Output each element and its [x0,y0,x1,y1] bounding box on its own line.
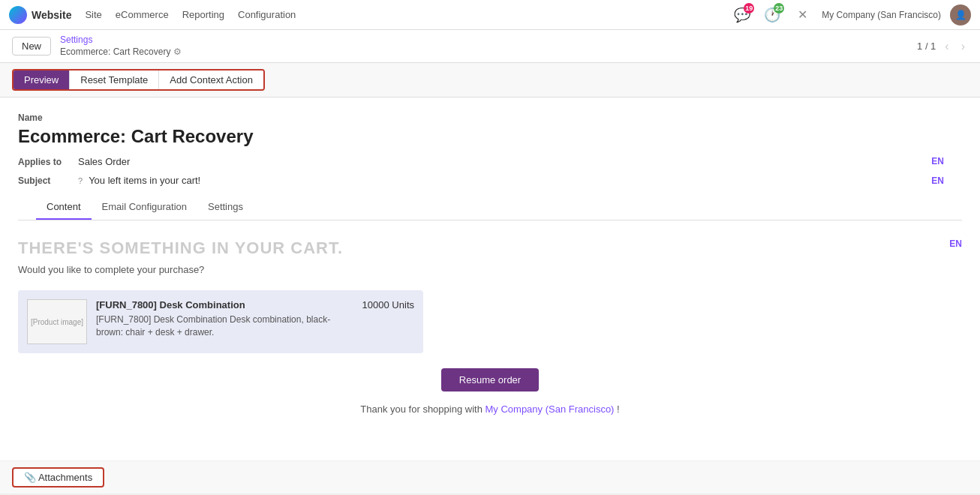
applies-to-value: Sales Order [78,156,130,167]
new-button[interactable]: New [12,37,51,56]
toolbar: Preview Reset Template Add Context Actio… [0,63,980,98]
app-logo-icon [9,6,27,24]
tab-content[interactable]: Content [36,195,92,220]
tab-settings[interactable]: Settings [197,195,254,220]
product-name: [FURN_7800] Desk Combination [96,299,344,310]
product-image: [Product image] [27,299,87,344]
preview-button[interactable]: Preview [14,70,70,89]
thank-you-text: Thank you for shopping with My Company (… [18,404,962,415]
subject-en-badge[interactable]: EN [931,176,944,186]
tab-email-configuration[interactable]: Email Configuration [92,195,197,220]
chat-notification-btn[interactable]: 💬 19 [732,4,753,26]
next-page-button[interactable]: › [958,38,968,55]
email-content-area: EN THERE'S SOMETHING IN YOUR CART. Would… [0,220,980,460]
product-details: [FURN_7800] Desk Combination [FURN_7800]… [96,299,344,339]
attachments-button[interactable]: 📎 Attachments [12,467,104,488]
top-navigation: Website Site eCommerce Reporting Configu… [0,0,980,30]
nav-menu: Site eCommerce Reporting Configuration [85,6,296,23]
product-description: [FURN_7800] Desk Combination Desk combin… [96,314,344,339]
breadcrumb-parent[interactable]: Settings [60,34,182,46]
app-name: Website [32,9,71,21]
nav-item-configuration[interactable]: Configuration [238,6,296,23]
content-en-badge[interactable]: EN [949,238,962,249]
subject-label: Subject [18,176,72,186]
main-content: Name Ecommerce: Cart Recovery EN Applies… [0,98,980,495]
nav-item-site[interactable]: Site [85,6,101,23]
clock-btn[interactable]: 🕐 23 [762,4,783,26]
pagination-text: 1 / 1 [917,40,936,52]
resume-btn-wrapper: Resume order [18,368,962,392]
name-value: Ecommerce: Cart Recovery [18,126,962,147]
subject-row: Subject ? You left items in your cart! E… [18,175,962,186]
pagination-area: 1 / 1 ‹ › [917,38,968,55]
toolbar-button-group: Preview Reset Template Add Context Actio… [12,69,265,91]
attachments-section: 📎 Attachments [0,460,980,494]
company-label: My Company (San Francisco) [822,10,941,20]
name-field-section: Name Ecommerce: Cart Recovery EN [18,112,962,147]
nav-item-ecommerce[interactable]: eCommerce [116,6,169,23]
reset-template-button[interactable]: Reset Template [70,70,159,89]
breadcrumb: Settings Ecommerce: Cart Recovery ⚙ [60,34,182,58]
subject-help-icon: ? [78,176,83,185]
content-tabs: Content Email Configuration Settings [18,195,962,220]
name-en-badge[interactable]: EN [931,156,944,166]
nav-item-reporting[interactable]: Reporting [182,6,224,23]
logo-area[interactable]: Website [9,6,71,24]
close-btn[interactable]: ✕ [792,4,813,26]
chat-badge: 19 [744,3,754,14]
resume-order-button[interactable]: Resume order [441,368,539,392]
close-icon: ✕ [798,8,807,22]
sub-header: New Settings Ecommerce: Cart Recovery ⚙ … [0,30,980,63]
thank-you-company-link[interactable]: My Company (San Francisco) [485,404,615,415]
email-subtext: Would you like to complete your purchase… [18,264,962,275]
breadcrumb-current: Ecommerce: Cart Recovery ⚙ [60,46,182,58]
nav-right-area: 💬 19 🕐 23 ✕ My Company (San Francisco) 👤 [732,4,971,26]
prev-page-button[interactable]: ‹ [942,38,951,55]
applies-to-label: Applies to [18,157,72,167]
clock-badge: 23 [774,3,784,14]
avatar[interactable]: 👤 [950,4,971,26]
product-row: [Product image] [FURN_7800] Desk Combina… [27,299,414,344]
name-label: Name [18,112,962,123]
product-quantity: 10000 Units [362,299,414,310]
add-context-action-button[interactable]: Add Context Action [159,70,263,89]
gear-icon[interactable]: ⚙ [173,46,182,58]
subject-value[interactable]: You left items in your cart! [89,175,200,186]
applies-to-row: Applies to Sales Order [18,156,962,167]
email-heading: THERE'S SOMETHING IN YOUR CART. [18,238,962,258]
form-panel: Name Ecommerce: Cart Recovery EN Applies… [0,98,980,220]
product-table: [Product image] [FURN_7800] Desk Combina… [18,290,423,353]
